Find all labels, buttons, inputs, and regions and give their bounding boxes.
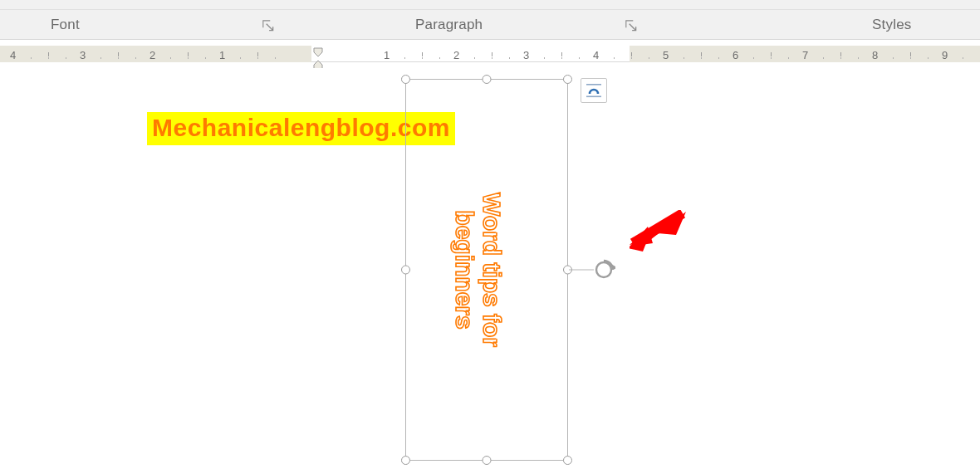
ruler-micro-tick [840,57,841,59]
ruler-micro-tick [823,57,824,59]
ruler-micro-tick [100,57,101,59]
ribbon-decor-strip [0,0,980,10]
ruler-micro-tick [718,57,719,59]
ruler-tick: 3 [523,49,529,59]
annotation-arrow-icon [630,210,688,260]
ruler-micro-tick [170,57,171,59]
ruler-minor-tick [910,52,911,56]
ruler-margin-left [0,46,311,62]
ruler-micro-tick [275,57,276,59]
resize-handle-mid-left[interactable] [401,266,410,275]
ruler-micro-tick [439,57,440,59]
ruler-micro-tick [910,57,911,59]
svg-marker-9 [630,227,653,252]
ruler-tick: 4 [10,49,16,59]
text-box-line1: Word tips for [478,193,506,347]
resize-handle-bottom-left[interactable] [401,456,410,465]
document-page[interactable]: Mechanicalengblog.com Word tips for [0,62,980,469]
horizontal-ruler[interactable]: 4321123456789 [0,46,980,62]
ruler-tick: 2 [453,49,459,59]
svg-marker-1 [314,61,322,68]
indent-markers[interactable] [309,43,327,68]
layout-options-icon [585,82,603,99]
ruler-tick: 7 [802,49,808,59]
resize-handle-bottom-mid[interactable] [483,456,492,465]
ribbon-group-styles-label: Styles [872,17,912,33]
svg-marker-7 [630,225,654,245]
ruler-minor-tick [118,52,119,56]
ruler-micro-tick [474,57,475,59]
dialog-launcher-icon[interactable] [261,18,276,33]
ruler-micro-tick [614,57,615,59]
ruler-minor-tick [561,52,562,56]
ruler-micro-tick [963,57,963,59]
ruler-minor-tick [492,52,492,56]
resize-handle-bottom-right[interactable] [563,456,572,465]
rotate-handle-icon[interactable] [592,258,615,281]
ruler-micro-tick [928,57,929,59]
ruler-minor-tick [840,52,841,56]
ruler-tick: 9 [942,49,948,59]
ruler-micro-tick [66,57,66,59]
svg-rect-5 [586,96,601,98]
rotate-handle-stem [569,270,594,271]
ruler-tick: 1 [219,49,225,59]
ribbon-group-strip: Font Paragraph Styles [0,10,980,40]
resize-handle-top-mid[interactable] [483,75,492,84]
text-box-selected[interactable]: Word tips for beginners [405,79,568,461]
ruler-micro-tick [788,57,789,59]
dialog-launcher-icon[interactable] [624,18,639,33]
svg-marker-0 [314,48,322,56]
ruler-micro-tick [753,57,754,59]
layout-options-button[interactable] [581,78,607,103]
svg-marker-6 [630,212,686,245]
ruler-micro-tick [561,57,562,59]
ruler-micro-tick [257,57,258,59]
ruler-micro-tick [118,57,119,59]
svg-point-2 [596,262,611,277]
ribbon-group-paragraph-label: Paragraph [415,17,483,33]
ruler-minor-tick [48,52,49,56]
text-box-line2: beginners [451,193,478,347]
ruler-micro-tick [492,57,492,59]
ruler-micro-tick [544,57,545,59]
ruler-micro-tick [240,57,241,59]
ruler-tick: 3 [80,49,86,59]
ruler-micro-tick [649,57,649,59]
ruler-micro-tick [858,57,859,59]
text-box-content[interactable]: Word tips for beginners [451,193,506,347]
ruler-micro-tick [631,57,632,59]
ruler-tick: 8 [872,49,878,59]
ruler-micro-tick [188,57,189,59]
resize-handle-top-left[interactable] [401,75,410,84]
ruler-micro-tick [205,57,206,59]
ruler-micro-tick [579,57,580,59]
ruler-micro-tick [31,57,32,59]
ruler-micro-tick [48,57,49,59]
svg-marker-8 [630,227,653,247]
ruler-tick: 1 [384,49,390,59]
ruler-micro-tick [893,57,894,59]
ruler-micro-tick [404,57,405,59]
svg-rect-4 [586,84,601,85]
ruler-minor-tick [631,52,632,56]
ruler-micro-tick [701,57,702,59]
ruler-micro-tick [684,57,684,59]
resize-handle-top-right[interactable] [563,75,572,84]
ruler-tick: 5 [663,49,669,59]
ruler-tick: 2 [149,49,155,59]
ruler-micro-tick [135,57,136,59]
ruler-minor-tick [701,52,702,56]
ruler-micro-tick [509,57,510,59]
ruler-micro-tick [771,57,772,59]
ribbon-group-font-label: Font [51,17,80,33]
ruler-minor-tick [422,52,423,56]
ruler-tick: 4 [593,49,599,59]
ruler-tick: 6 [733,49,738,59]
ruler-minor-tick [188,52,189,56]
ruler-minor-tick [771,52,772,56]
ruler-micro-tick [422,57,423,59]
ruler-minor-tick [257,52,258,56]
